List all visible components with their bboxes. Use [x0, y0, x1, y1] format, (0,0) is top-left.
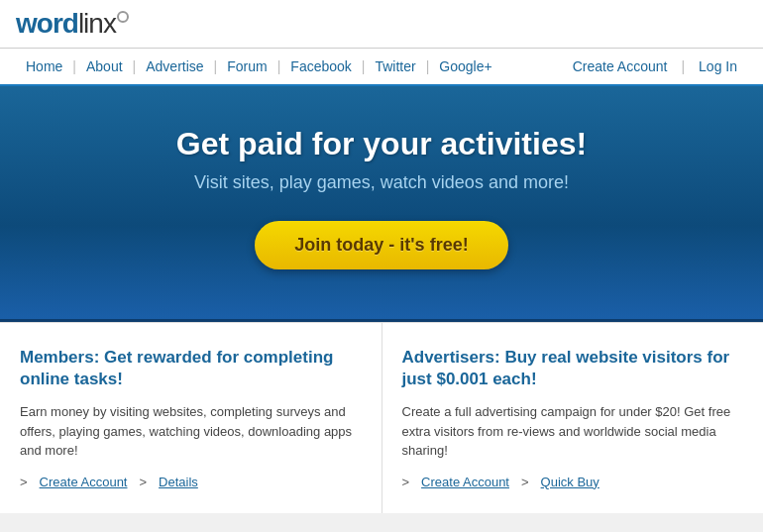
logo-word: word: [16, 8, 78, 39]
advertisers-column: Advertisers: Buy real website visitors f…: [382, 323, 764, 513]
advertisers-quickbuy-prefix: >: [521, 475, 529, 489]
advertisers-create-account-link[interactable]: Create Account: [421, 475, 509, 489]
nav-sep-7: |: [681, 58, 685, 74]
nav-twitter[interactable]: Twitter: [365, 58, 425, 74]
content-area: Members: Get rewarded for completing onl…: [0, 322, 763, 513]
logo-linx: linx: [78, 8, 116, 39]
nav-advertise[interactable]: Advertise: [136, 58, 213, 74]
navbar: Home | About | Advertise | Forum | Faceb…: [0, 49, 763, 86]
nav-google-plus[interactable]: Google+: [429, 58, 501, 74]
members-details-prefix: >: [139, 475, 147, 489]
advertisers-text: Create a full advertising campaign for u…: [402, 402, 744, 461]
members-links: > Create Account > Details: [20, 475, 362, 489]
members-details-link[interactable]: Details: [159, 475, 198, 489]
advertisers-quickbuy-link[interactable]: Quick Buy: [541, 475, 600, 489]
join-button[interactable]: Join today - it's free!: [255, 221, 507, 269]
advertisers-create-prefix: >: [402, 475, 410, 489]
nav-about[interactable]: About: [76, 58, 133, 74]
advertisers-title: Advertisers: Buy real website visitors f…: [402, 347, 744, 390]
logo-text: wordlinx: [16, 8, 129, 40]
hero-subtitle: Visit sites, play games, watch videos an…: [20, 172, 743, 193]
members-column: Members: Get rewarded for completing onl…: [0, 323, 382, 513]
logo[interactable]: wordlinx: [16, 8, 129, 40]
logo-arc-icon: [117, 11, 129, 23]
advertisers-links: > Create Account > Quick Buy: [402, 475, 744, 489]
nav-left: Home | About | Advertise | Forum | Faceb…: [16, 58, 563, 74]
nav-login[interactable]: Log In: [689, 58, 747, 74]
hero-title: Get paid for your activities!: [20, 126, 743, 162]
members-title: Members: Get rewarded for completing onl…: [20, 347, 362, 390]
nav-forum[interactable]: Forum: [217, 58, 276, 74]
members-create-prefix: >: [20, 475, 28, 489]
site-header: wordlinx: [0, 0, 763, 49]
members-text: Earn money by visiting websites, complet…: [20, 402, 362, 461]
nav-facebook[interactable]: Facebook: [280, 58, 361, 74]
nav-home[interactable]: Home: [16, 58, 72, 74]
nav-create-account[interactable]: Create Account: [563, 58, 678, 74]
nav-right: Create Account | Log In: [563, 58, 747, 74]
hero-banner: Get paid for your activities! Visit site…: [0, 86, 763, 322]
members-create-account-link[interactable]: Create Account: [40, 475, 128, 489]
